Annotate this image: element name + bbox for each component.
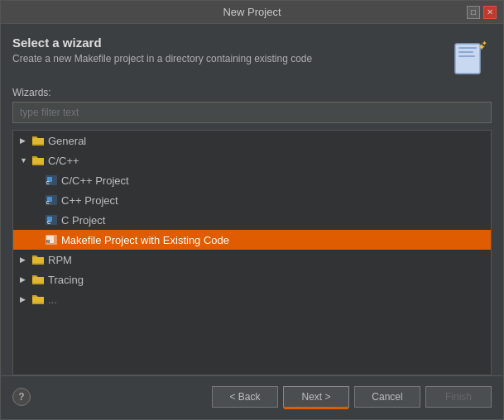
tree-label-c-project: C Project	[61, 214, 105, 227]
tree-label-cplus-project: C++ Project	[61, 194, 118, 207]
tree-label-extra: ...	[48, 294, 57, 306]
tree-item-cplus-project[interactable]: C + C++ Project	[13, 190, 491, 210]
tree-item-c-project[interactable]: C C Project	[13, 210, 491, 230]
tree-label-cpp-group: C/C++	[48, 155, 79, 167]
svg-rect-2	[458, 51, 473, 53]
tree-label-cpp-project: C/C++ Project	[61, 174, 129, 187]
folder-icon-rpm	[31, 253, 45, 266]
tree-item-cpp-group[interactable]: ▼ C/C++	[13, 150, 491, 170]
wizard-icon: ✦ ✦	[449, 36, 492, 79]
tree-label-tracing: Tracing	[48, 274, 84, 286]
dialog: New Project □ ✕ Select a wizard Create a…	[0, 0, 504, 420]
header-text: Select a wizard Create a new Makefile pr…	[12, 36, 440, 64]
folder-icon-extra	[31, 293, 45, 306]
titlebar: New Project □ ✕	[1, 1, 503, 24]
titlebar-controls: □ ✕	[467, 6, 497, 19]
svg-text:✦: ✦	[482, 40, 487, 47]
tree-container[interactable]: ▶ General ▼ C/C++	[12, 130, 492, 375]
footer-buttons: < Back Next > Cancel Finish	[212, 386, 492, 408]
svg-text:M: M	[46, 239, 50, 244]
folder-icon-cpp	[31, 154, 45, 167]
header-description: Create a new Makefile project in a direc…	[12, 53, 440, 64]
svg-rect-1	[458, 47, 477, 49]
wizards-label: Wizards:	[12, 87, 492, 98]
chevron-general: ▶	[20, 136, 28, 145]
footer: ? < Back Next > Cancel Finish	[1, 375, 503, 419]
back-button[interactable]: < Back	[212, 386, 278, 408]
project-icon-cplus: C +	[45, 193, 58, 207]
header: Select a wizard Create a new Makefile pr…	[12, 36, 492, 79]
close-button[interactable]: ✕	[483, 6, 497, 19]
tree-item-makefile[interactable]: M Makefile Project with Existing Code	[13, 230, 491, 250]
window-title: New Project	[37, 6, 467, 18]
project-icon-makefile: M	[45, 233, 58, 246]
tree-item-cpp-project[interactable]: C + C/C++ Project	[13, 170, 491, 190]
project-icon-cpp: C +	[45, 174, 58, 187]
folder-icon-general	[31, 134, 45, 147]
chevron-tracing: ▶	[20, 275, 28, 284]
filter-input[interactable]	[12, 102, 492, 123]
chevron-cpp: ▼	[20, 156, 28, 165]
tree-item-tracing[interactable]: ▶ Tracing	[13, 270, 491, 289]
folder-icon-tracing	[31, 273, 45, 286]
chevron-rpm: ▶	[20, 255, 28, 264]
finish-button[interactable]: Finish	[425, 386, 492, 408]
tree-item-general[interactable]: ▶ General	[13, 131, 491, 150]
help-button[interactable]: ?	[12, 388, 31, 406]
main-content: Select a wizard Create a new Makefile pr…	[1, 24, 503, 375]
header-title: Select a wizard	[12, 36, 440, 50]
project-icon-c: C	[45, 213, 58, 227]
restore-button[interactable]: □	[467, 6, 480, 19]
next-button[interactable]: Next >	[283, 386, 349, 408]
tree-item-rpm[interactable]: ▶ RPM	[13, 250, 491, 270]
chevron-extra: ▶	[20, 295, 28, 303]
wizard-icon-container: ✦ ✦	[449, 36, 492, 79]
footer-left: ?	[12, 388, 31, 406]
svg-text:C: C	[47, 220, 51, 225]
tree-label-rpm: RPM	[48, 254, 72, 266]
cancel-button[interactable]: Cancel	[354, 386, 420, 408]
tree-label-makefile: Makefile Project with Existing Code	[61, 234, 229, 246]
tree-item-extra[interactable]: ▶ ...	[13, 289, 491, 309]
svg-rect-3	[458, 55, 475, 57]
tree-label-general: General	[48, 135, 86, 147]
